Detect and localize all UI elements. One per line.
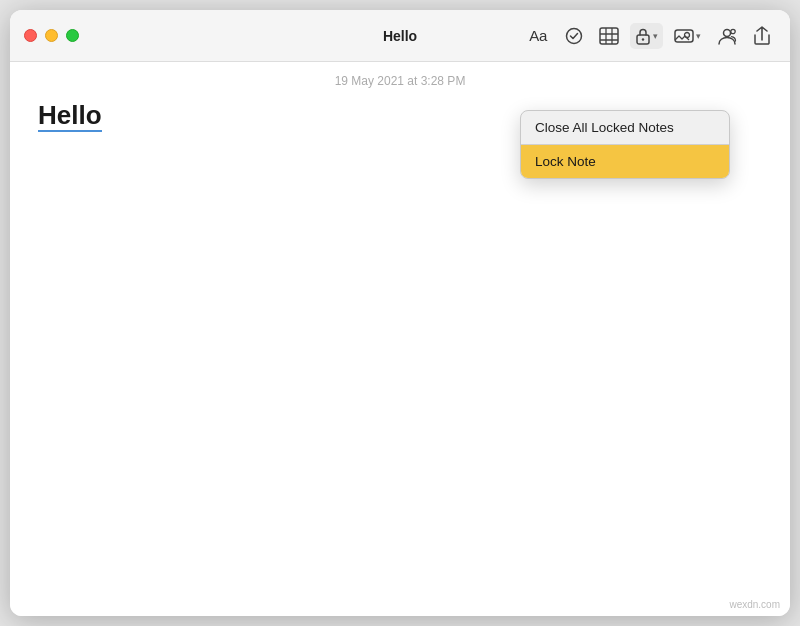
svg-point-0	[567, 28, 582, 43]
lock-dropdown-menu: Close All Locked Notes Lock Note	[520, 110, 730, 179]
traffic-lights	[24, 29, 79, 42]
collaborators-icon	[717, 27, 737, 45]
media-button[interactable]: ▾	[669, 23, 706, 49]
minimize-button[interactable]	[45, 29, 58, 42]
titlebar: Hello Aa	[10, 10, 790, 62]
maximize-button[interactable]	[66, 29, 79, 42]
table-icon	[599, 27, 619, 45]
lock-button[interactable]: ▾	[630, 23, 663, 49]
app-window: Hello Aa	[10, 10, 790, 616]
svg-point-7	[642, 38, 644, 40]
checklist-icon	[565, 27, 583, 45]
svg-point-10	[724, 29, 731, 36]
close-all-locked-notes-button[interactable]: Close All Locked Notes	[521, 111, 729, 144]
close-button[interactable]	[24, 29, 37, 42]
lock-caret-icon: ▾	[653, 31, 658, 41]
toolbar-right: Aa	[522, 22, 776, 50]
share-button[interactable]	[748, 22, 776, 50]
watermark: wexdn.com	[729, 599, 780, 610]
table-button[interactable]	[594, 23, 624, 49]
svg-point-11	[731, 29, 735, 33]
note-title: Hello	[38, 100, 102, 132]
lock-icon	[635, 27, 651, 45]
media-icon	[674, 27, 694, 45]
media-caret-icon: ▾	[696, 31, 701, 41]
share-icon	[753, 26, 771, 46]
checklist-button[interactable]	[560, 23, 588, 49]
svg-rect-1	[600, 28, 618, 44]
svg-rect-8	[675, 30, 693, 42]
collaborators-button[interactable]	[712, 23, 742, 49]
lock-note-button[interactable]: Lock Note	[521, 145, 729, 178]
window-title: Hello	[383, 28, 417, 44]
note-date: 19 May 2021 at 3:28 PM	[10, 62, 790, 96]
note-content: 19 May 2021 at 3:28 PM Hello Close All L…	[10, 62, 790, 616]
format-button[interactable]: Aa	[522, 23, 554, 48]
